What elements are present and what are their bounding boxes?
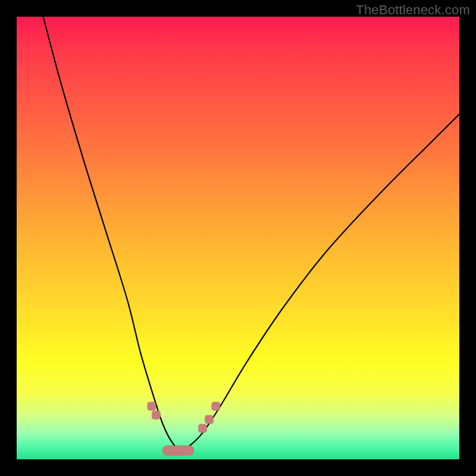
curve-marker <box>148 402 156 411</box>
bottleneck-curve <box>43 17 459 450</box>
chart-frame: TheBottleneck.com <box>0 0 476 476</box>
chart-plot-area <box>17 17 459 459</box>
curve-marker <box>205 415 214 424</box>
curve-marker-bar <box>163 446 194 455</box>
curve-marker <box>152 411 160 419</box>
curve-marker <box>199 424 207 433</box>
watermark-text: TheBottleneck.com <box>356 2 470 18</box>
curve-marker <box>212 402 220 411</box>
chart-svg <box>17 17 459 459</box>
